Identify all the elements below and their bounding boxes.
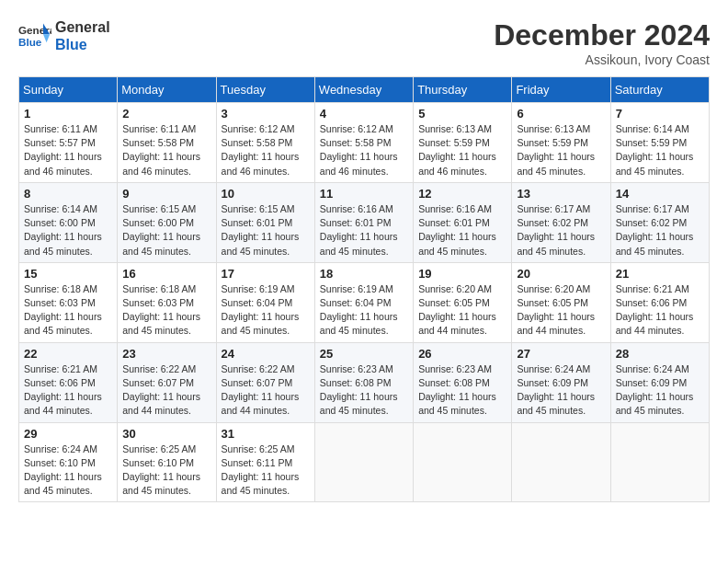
calendar-cell: 16Sunrise: 6:18 AM Sunset: 6:03 PM Dayli… [118,262,216,342]
day-number: 23 [122,347,210,361]
calendar-cell: 29Sunrise: 6:24 AM Sunset: 6:10 PM Dayli… [19,422,118,502]
calendar-cell: 22Sunrise: 6:21 AM Sunset: 6:06 PM Dayli… [19,342,118,422]
calendar-table: SundayMondayTuesdayWednesdayThursdayFrid… [18,76,710,502]
day-info: Sunrise: 6:25 AM Sunset: 6:11 PM Dayligh… [222,442,310,499]
day-info: Sunrise: 6:17 AM Sunset: 6:02 PM Dayligh… [517,202,605,259]
day-info: Sunrise: 6:20 AM Sunset: 6:05 PM Dayligh… [517,282,605,339]
day-number: 2 [122,107,210,121]
month-title: December 2024 [494,18,710,52]
day-info: Sunrise: 6:22 AM Sunset: 6:07 PM Dayligh… [122,362,210,419]
day-number: 13 [517,187,605,201]
day-info: Sunrise: 6:14 AM Sunset: 6:00 PM Dayligh… [24,202,112,259]
day-number: 31 [222,427,310,441]
calendar-cell [414,422,512,502]
day-number: 15 [24,267,112,281]
calendar-header-wednesday: Wednesday [314,77,413,103]
calendar-header-tuesday: Tuesday [216,77,314,103]
calendar-cell: 21Sunrise: 6:21 AM Sunset: 6:06 PM Dayli… [610,262,709,342]
day-number: 3 [222,107,310,121]
day-number: 9 [122,187,210,201]
calendar-cell: 12Sunrise: 6:16 AM Sunset: 6:01 PM Dayli… [414,182,512,262]
calendar-cell [314,422,413,502]
day-number: 5 [418,107,506,121]
calendar-cell: 3Sunrise: 6:12 AM Sunset: 5:58 PM Daylig… [216,103,314,183]
day-info: Sunrise: 6:14 AM Sunset: 5:59 PM Dayligh… [616,122,704,178]
logo: General Blue General Blue [18,18,110,53]
calendar-cell: 11Sunrise: 6:16 AM Sunset: 6:01 PM Dayli… [314,182,413,262]
day-info: Sunrise: 6:17 AM Sunset: 6:02 PM Dayligh… [616,202,704,259]
calendar-cell: 8Sunrise: 6:14 AM Sunset: 6:00 PM Daylig… [19,182,118,262]
day-info: Sunrise: 6:24 AM Sunset: 6:09 PM Dayligh… [517,362,605,419]
calendar-cell: 31Sunrise: 6:25 AM Sunset: 6:11 PM Dayli… [216,422,314,502]
day-number: 22 [24,347,112,361]
calendar-cell: 4Sunrise: 6:12 AM Sunset: 5:58 PM Daylig… [314,103,413,183]
calendar-header-friday: Friday [512,77,610,103]
logo-line1: General [55,18,110,36]
calendar-cell: 17Sunrise: 6:19 AM Sunset: 6:04 PM Dayli… [216,262,314,342]
day-info: Sunrise: 6:16 AM Sunset: 6:01 PM Dayligh… [418,202,506,259]
day-number: 26 [418,347,506,361]
day-number: 24 [222,347,310,361]
svg-marker-3 [43,34,50,42]
day-number: 27 [517,347,605,361]
calendar-cell: 1Sunrise: 6:11 AM Sunset: 5:57 PM Daylig… [19,103,118,183]
day-info: Sunrise: 6:18 AM Sunset: 6:03 PM Dayligh… [24,282,112,339]
calendar-header-thursday: Thursday [414,77,512,103]
svg-text:Blue: Blue [18,36,42,48]
day-info: Sunrise: 6:19 AM Sunset: 6:04 PM Dayligh… [222,282,310,339]
day-info: Sunrise: 6:16 AM Sunset: 6:01 PM Dayligh… [320,202,408,259]
day-number: 6 [517,107,605,121]
day-info: Sunrise: 6:11 AM Sunset: 5:57 PM Dayligh… [24,122,112,178]
day-number: 29 [24,427,112,441]
day-info: Sunrise: 6:12 AM Sunset: 5:58 PM Dayligh… [320,122,408,178]
day-number: 16 [122,267,210,281]
location-subtitle: Assikoun, Ivory Coast [494,52,710,67]
calendar-cell: 23Sunrise: 6:22 AM Sunset: 6:07 PM Dayli… [118,342,216,422]
day-number: 8 [24,187,112,201]
calendar-cell: 30Sunrise: 6:25 AM Sunset: 6:10 PM Dayli… [118,422,216,502]
logo-icon: General Blue [18,19,51,52]
day-info: Sunrise: 6:11 AM Sunset: 5:58 PM Dayligh… [122,122,210,178]
calendar-cell: 19Sunrise: 6:20 AM Sunset: 6:05 PM Dayli… [414,262,512,342]
day-info: Sunrise: 6:19 AM Sunset: 6:04 PM Dayligh… [320,282,408,339]
day-number: 11 [320,187,408,201]
day-number: 18 [320,267,408,281]
calendar-cell: 5Sunrise: 6:13 AM Sunset: 5:59 PM Daylig… [414,103,512,183]
day-info: Sunrise: 6:15 AM Sunset: 6:00 PM Dayligh… [122,202,210,259]
day-info: Sunrise: 6:12 AM Sunset: 5:58 PM Dayligh… [222,122,310,178]
calendar-week-4: 22Sunrise: 6:21 AM Sunset: 6:06 PM Dayli… [19,342,710,422]
day-number: 1 [24,107,112,121]
day-number: 28 [616,347,704,361]
calendar-cell: 24Sunrise: 6:22 AM Sunset: 6:07 PM Dayli… [216,342,314,422]
day-info: Sunrise: 6:20 AM Sunset: 6:05 PM Dayligh… [418,282,506,339]
calendar-header-sunday: Sunday [19,77,118,103]
calendar-cell: 27Sunrise: 6:24 AM Sunset: 6:09 PM Dayli… [512,342,610,422]
day-number: 12 [418,187,506,201]
calendar-week-1: 1Sunrise: 6:11 AM Sunset: 5:57 PM Daylig… [19,103,710,183]
calendar-header-row: SundayMondayTuesdayWednesdayThursdayFrid… [19,77,710,103]
page-header: General Blue General Blue December 2024 … [18,18,710,67]
calendar-cell [610,422,709,502]
day-info: Sunrise: 6:24 AM Sunset: 6:10 PM Dayligh… [24,442,112,499]
calendar-week-5: 29Sunrise: 6:24 AM Sunset: 6:10 PM Dayli… [19,422,710,502]
calendar-cell: 13Sunrise: 6:17 AM Sunset: 6:02 PM Dayli… [512,182,610,262]
day-number: 14 [616,187,704,201]
calendar-cell: 18Sunrise: 6:19 AM Sunset: 6:04 PM Dayli… [314,262,413,342]
day-info: Sunrise: 6:23 AM Sunset: 6:08 PM Dayligh… [320,362,408,419]
day-info: Sunrise: 6:15 AM Sunset: 6:01 PM Dayligh… [222,202,310,259]
day-number: 4 [320,107,408,121]
day-number: 10 [222,187,310,201]
day-number: 30 [122,427,210,441]
day-number: 20 [517,267,605,281]
calendar-week-2: 8Sunrise: 6:14 AM Sunset: 6:00 PM Daylig… [19,182,710,262]
day-info: Sunrise: 6:22 AM Sunset: 6:07 PM Dayligh… [222,362,310,419]
day-info: Sunrise: 6:25 AM Sunset: 6:10 PM Dayligh… [122,442,210,499]
day-number: 21 [616,267,704,281]
calendar-cell: 2Sunrise: 6:11 AM Sunset: 5:58 PM Daylig… [118,103,216,183]
calendar-cell: 6Sunrise: 6:13 AM Sunset: 5:59 PM Daylig… [512,103,610,183]
day-number: 25 [320,347,408,361]
calendar-cell [512,422,610,502]
calendar-cell: 28Sunrise: 6:24 AM Sunset: 6:09 PM Dayli… [610,342,709,422]
day-number: 7 [616,107,704,121]
calendar-cell: 20Sunrise: 6:20 AM Sunset: 6:05 PM Dayli… [512,262,610,342]
